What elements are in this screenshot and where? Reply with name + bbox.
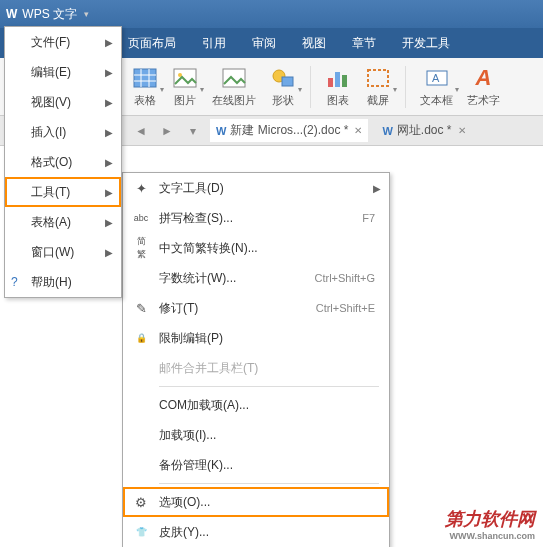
svg-rect-12 [342,75,347,87]
menu-item-label: 帮助(H) [31,274,72,291]
tab-review[interactable]: 审阅 [252,35,276,52]
doc-icon: W [382,125,392,137]
chevron-right-icon: ▶ [105,187,113,198]
online-picture-icon [221,65,247,91]
tools-submenu: ✦文字工具(D)▶abc拼写检查(S)...F7简繁中文简繁转换(N)...字数… [122,172,390,547]
table-icon [132,65,158,91]
menu-item-label: 视图(V) [31,94,71,111]
submenu-item-icon: ✦ [133,181,149,196]
shortcut-label: Ctrl+Shift+E [316,302,375,314]
chart-icon [325,65,351,91]
submenu-item[interactable]: 字数统计(W)...Ctrl+Shift+G [123,263,389,293]
tab-references[interactable]: 引用 [202,35,226,52]
submenu-item-label: 备份管理(K)... [159,457,233,474]
menu-item[interactable]: 文件(F)▶ [5,27,121,57]
chevron-right-icon: ▶ [105,217,113,228]
menu-item-label: 格式(O) [31,154,72,171]
menu-item[interactable]: 插入(I)▶ [5,117,121,147]
submenu-item[interactable]: COM加载项(A)... [123,390,389,420]
submenu-item-icon: ⚙ [133,495,149,510]
document-tab[interactable]: W 网址.doc * ✕ [376,119,471,142]
submenu-item-icon: 👕 [133,527,149,537]
doc-icon: W [216,125,226,137]
menu-item[interactable]: 格式(O)▶ [5,147,121,177]
menu-item-label: 插入(I) [31,124,66,141]
submenu-item-label: 拼写检查(S)... [159,210,233,227]
svg-rect-13 [368,70,388,86]
menu-separator [159,483,379,484]
ribbon-wordart[interactable]: A艺术字 [467,65,500,108]
submenu-item[interactable]: 🔒限制编辑(P) [123,323,389,353]
menu-item[interactable]: 窗口(W)▶ [5,237,121,267]
submenu-item[interactable]: 加载项(I)... [123,420,389,450]
svg-rect-10 [328,78,333,87]
submenu-item-label: 文字工具(D) [159,180,224,197]
menu-item-label: 编辑(E) [31,64,71,81]
app-brand-label: WPS 文字 [22,6,77,23]
submenu-item[interactable]: abc拼写检查(S)...F7 [123,203,389,233]
screenshot-icon [365,65,391,91]
menu-item-label: 文件(F) [31,34,70,51]
submenu-item-icon: abc [133,213,149,223]
ribbon-textbox[interactable]: A文本框▾ [420,65,453,108]
chevron-right-icon: ▶ [105,67,113,78]
svg-rect-9 [282,77,293,86]
close-icon[interactable]: ✕ [354,125,362,136]
menu-tools[interactable]: 工具(T)▶ [5,177,121,207]
nav-fwd-icon[interactable]: ► [158,124,176,138]
chevron-right-icon: ▶ [105,97,113,108]
submenu-item-icon: ✎ [133,301,149,316]
menu-item[interactable]: 视图(V)▶ [5,87,121,117]
textbox-icon: A [424,65,450,91]
submenu-item-label: 中文简繁转换(N)... [159,240,258,257]
ribbon-online-picture[interactable]: 在线图片 [212,65,256,108]
shapes-icon [270,65,296,91]
app-brand[interactable]: W WPS 文字 ▾ [6,6,89,23]
picture-icon [172,65,198,91]
chevron-right-icon: ▶ [373,183,381,194]
tab-page-layout[interactable]: 页面布局 [128,35,176,52]
chevron-right-icon: ▶ [105,37,113,48]
submenu-item-label: 修订(T) [159,300,198,317]
submenu-item[interactable]: 简繁中文简繁转换(N)... [123,233,389,263]
menu-item[interactable]: 表格(A)▶ [5,207,121,237]
ribbon-picture[interactable]: 图片▾ [172,65,198,108]
chevron-down-icon: ▾ [84,9,89,19]
submenu-item[interactable]: 备份管理(K)... [123,450,389,480]
submenu-item[interactable]: ✦文字工具(D)▶ [123,173,389,203]
svg-rect-7 [223,69,245,87]
submenu-options[interactable]: ⚙选项(O)... [123,487,389,517]
nav-dropdown-icon[interactable]: ▾ [184,124,202,138]
submenu-item[interactable]: ✎修订(T)Ctrl+Shift+E [123,293,389,323]
watermark: 第力软件网 WWW.shancun.com [445,507,535,541]
ribbon-table[interactable]: 表格▾ [132,65,158,108]
submenu-item-label: 邮件合并工具栏(T) [159,360,258,377]
menu-item-label: 表格(A) [31,214,71,231]
shortcut-label: F7 [362,212,375,224]
submenu-item-icon: 🔒 [133,333,149,343]
svg-rect-5 [174,69,196,87]
submenu-item-label: COM加载项(A)... [159,397,249,414]
submenu-item[interactable]: 👕皮肤(Y)... [123,517,389,547]
shortcut-label: Ctrl+Shift+G [314,272,375,284]
menu-help[interactable]: ?帮助(H) [5,267,121,297]
submenu-item-label: 皮肤(Y)... [159,524,209,541]
main-menu: 文件(F)▶编辑(E)▶视图(V)▶插入(I)▶格式(O)▶工具(T)▶表格(A… [4,26,122,298]
close-icon[interactable]: ✕ [458,125,466,136]
ribbon-screenshot[interactable]: 截屏▾ [365,65,391,108]
menu-item-label: 窗口(W) [31,244,74,261]
tab-view[interactable]: 视图 [302,35,326,52]
nav-back-icon[interactable]: ◄ [132,124,150,138]
submenu-item-label: 选项(O)... [159,494,210,511]
ribbon-separator [310,66,311,108]
titlebar: W WPS 文字 ▾ [0,0,543,28]
svg-rect-0 [134,69,156,87]
menu-item[interactable]: 编辑(E)▶ [5,57,121,87]
menu-item-label: 工具(T) [31,184,70,201]
tab-chapter[interactable]: 章节 [352,35,376,52]
tab-developer[interactable]: 开发工具 [402,35,450,52]
chevron-right-icon: ▶ [105,247,113,258]
ribbon-chart[interactable]: 图表 [325,65,351,108]
ribbon-shapes[interactable]: 形状▾ [270,65,296,108]
document-tab[interactable]: W 新建 Micros...(2).doc * ✕ [210,119,368,142]
